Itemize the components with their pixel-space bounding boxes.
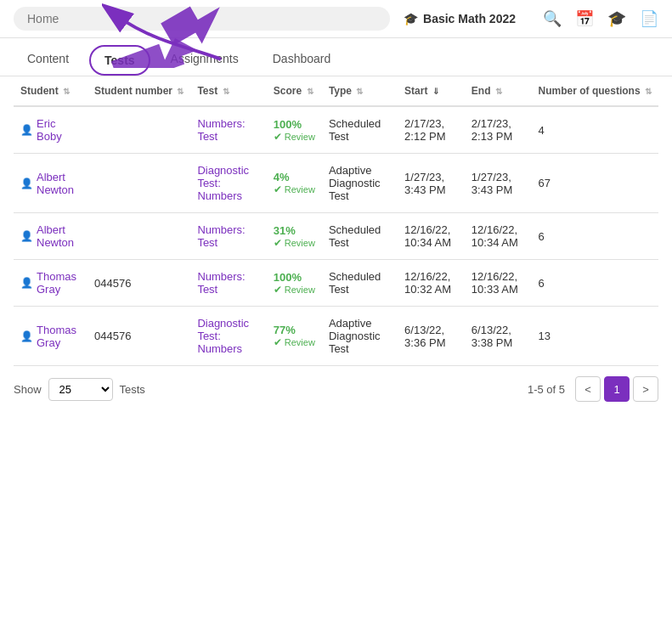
score-review-2[interactable]: ✔ Review <box>274 237 315 249</box>
table-row: 👤 Albert Newton Diagnostic Test: Numbers… <box>14 154 658 213</box>
cell-score-1: 4% ✔ Review <box>267 154 322 213</box>
score-review-3[interactable]: ✔ Review <box>274 284 315 296</box>
test-link-4[interactable]: Diagnostic Test: Numbers <box>197 317 249 355</box>
table-row: 👤 Thomas Gray 044576 Diagnostic Test: Nu… <box>14 307 658 366</box>
table-row: 👤 Thomas Gray 044576 Numbers: Test 100% … <box>14 260 658 307</box>
cell-start-1: 1/27/23, 3:43 PM <box>398 154 465 213</box>
pagination-info: 1-5 of 5 <box>528 383 565 396</box>
review-label-4: Review <box>285 337 315 347</box>
cell-end-3: 12/16/22, 10:33 AM <box>465 260 532 307</box>
student-link-2[interactable]: 👤 Albert Newton <box>20 223 81 249</box>
review-label-1: Review <box>285 184 315 195</box>
student-link-4[interactable]: 👤 Thomas Gray <box>20 324 81 349</box>
table-header-row: Student ⇅ Student number ⇅ Test ⇅ Score … <box>14 76 658 106</box>
cell-num-questions-1: 67 <box>532 154 658 213</box>
cell-test-1: Diagnostic Test: Numbers <box>190 154 266 213</box>
page-1-button[interactable]: 1 <box>604 376 630 402</box>
cell-score-0: 100% ✔ Review <box>267 106 322 154</box>
score-review-0[interactable]: ✔ Review <box>274 131 315 143</box>
show-text: Show <box>14 383 42 396</box>
cell-student-2: 👤 Albert Newton <box>14 213 88 260</box>
tab-tests[interactable]: Tests <box>89 45 150 76</box>
check-icon-1: ✔ <box>274 183 282 195</box>
search-icon[interactable]: 🔍 <box>543 9 562 28</box>
cell-score-3: 100% ✔ Review <box>267 260 322 307</box>
calendar-icon[interactable]: 📅 <box>575 9 594 28</box>
cell-student-number-4: 044576 <box>88 307 190 366</box>
prev-page-button[interactable]: < <box>575 376 601 402</box>
student-name-2: Albert Newton <box>37 223 81 249</box>
cell-end-2: 12/16/22, 10:34 AM <box>465 213 532 260</box>
table-icon[interactable]: 📄 <box>640 9 658 28</box>
score-pct-0: 100% <box>274 118 315 131</box>
student-name-4: Thomas Gray <box>37 324 81 349</box>
cell-type-1: Adaptive Diagnostic Test <box>322 154 398 213</box>
tab-dashboard[interactable]: Dashboard <box>259 45 345 76</box>
score-review-4[interactable]: ✔ Review <box>274 336 315 348</box>
col-type[interactable]: Type ⇅ <box>322 76 398 106</box>
table-row: 👤 Albert Newton Numbers: Test 31% ✔ Revi… <box>14 213 658 260</box>
student-icon-0: 👤 <box>20 124 33 136</box>
col-start[interactable]: Start ⇓ <box>398 76 465 106</box>
pagination: 1-5 of 5 < 1 > <box>528 376 658 402</box>
cell-start-4: 6/13/22, 3:36 PM <box>398 307 465 366</box>
cell-score-2: 31% ✔ Review <box>267 213 322 260</box>
col-test[interactable]: Test ⇅ <box>190 76 266 106</box>
search-input[interactable] <box>14 7 390 31</box>
cell-student-number-3: 044576 <box>88 260 190 307</box>
cell-num-questions-3: 6 <box>532 260 658 307</box>
test-link-0[interactable]: Numbers: Test <box>197 117 245 143</box>
check-icon-2: ✔ <box>274 237 282 249</box>
student-link-3[interactable]: 👤 Thomas Gray <box>20 270 81 296</box>
header: 🎓 Basic Math 2022 🔍 📅 🎓 📄 <box>0 0 672 38</box>
course-title-text: Basic Math 2022 <box>423 12 516 25</box>
tab-assignments[interactable]: Assignments <box>157 45 252 76</box>
cell-num-questions-2: 6 <box>532 213 658 260</box>
course-icon: 🎓 <box>404 12 418 25</box>
test-link-3[interactable]: Numbers: Test <box>197 270 245 296</box>
check-icon-3: ✔ <box>274 284 282 296</box>
cell-type-2: Scheduled Test <box>322 213 398 260</box>
col-student[interactable]: Student ⇅ <box>14 76 88 106</box>
cell-score-4: 77% ✔ Review <box>267 307 322 366</box>
score-pct-3: 100% <box>274 271 315 284</box>
sort-icon-student-number: ⇅ <box>177 87 184 96</box>
student-name-1: Albert Newton <box>37 171 81 196</box>
student-name-0: Eric Boby <box>37 117 81 143</box>
test-link-2[interactable]: Numbers: Test <box>197 223 245 249</box>
col-end[interactable]: End ⇅ <box>465 76 532 106</box>
score-review-1[interactable]: ✔ Review <box>274 183 315 195</box>
cell-start-3: 12/16/22, 10:32 AM <box>398 260 465 307</box>
mortarboard-icon[interactable]: 🎓 <box>607 9 626 28</box>
student-link-0[interactable]: 👤 Eric Boby <box>20 117 81 143</box>
sort-icon-end: ⇅ <box>495 87 502 96</box>
sort-icon-test: ⇅ <box>223 87 229 96</box>
student-icon-2: 👤 <box>20 230 33 242</box>
cell-type-0: Scheduled Test <box>322 106 398 154</box>
footer: Show 25 50 100 Tests 1-5 of 5 < 1 > <box>0 366 672 412</box>
next-page-button[interactable]: > <box>633 376 658 402</box>
cell-type-4: Adaptive Diagnostic Test <box>322 307 398 366</box>
student-icon-1: 👤 <box>20 178 33 189</box>
cell-end-4: 6/13/22, 3:38 PM <box>465 307 532 366</box>
score-pct-4: 77% <box>274 324 315 336</box>
cell-start-0: 2/17/23, 2:12 PM <box>398 106 465 154</box>
cell-student-number-0 <box>88 106 190 154</box>
cell-student-1: 👤 Albert Newton <box>14 154 88 213</box>
course-title: 🎓 Basic Math 2022 <box>404 12 516 25</box>
tests-table: Student ⇅ Student number ⇅ Test ⇅ Score … <box>0 76 672 366</box>
check-icon-0: ✔ <box>274 131 282 143</box>
sort-icon-start: ⇓ <box>432 87 439 96</box>
student-link-1[interactable]: 👤 Albert Newton <box>20 171 81 196</box>
col-num-questions[interactable]: Number of questions ⇅ <box>532 76 658 106</box>
cell-student-number-1 <box>88 154 190 213</box>
col-student-number[interactable]: Student number ⇅ <box>88 76 190 106</box>
per-page-select[interactable]: 25 50 100 <box>48 378 113 401</box>
col-score[interactable]: Score ⇅ <box>267 76 322 106</box>
tab-content[interactable]: Content <box>14 45 82 76</box>
cell-type-3: Scheduled Test <box>322 260 398 307</box>
cell-end-0: 2/17/23, 2:13 PM <box>465 106 532 154</box>
student-name-3: Thomas Gray <box>37 270 81 296</box>
cell-start-2: 12/16/22, 10:34 AM <box>398 213 465 260</box>
test-link-1[interactable]: Diagnostic Test: Numbers <box>197 164 249 202</box>
